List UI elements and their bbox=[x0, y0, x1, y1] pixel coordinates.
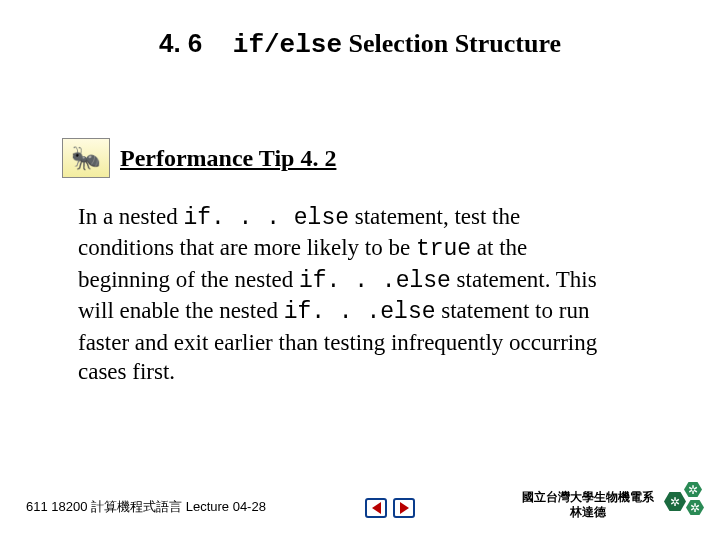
body-paragraph: In a nested if. . . else statement, test… bbox=[78, 202, 618, 387]
footer: 611 18200 計算機程式語言 Lecture 04-28 國立台灣大學生物… bbox=[0, 482, 720, 522]
body-c2: true bbox=[416, 236, 471, 262]
logo-icon: ✲ ✲ ✲ bbox=[664, 482, 706, 520]
nav-controls bbox=[365, 498, 415, 518]
body-c1: if. . . else bbox=[183, 205, 349, 231]
heading-rest: Selection Structure bbox=[342, 29, 561, 58]
lecture-label: Lecture 04-28 bbox=[182, 499, 266, 514]
triangle-right-icon bbox=[400, 502, 409, 514]
triangle-left-icon bbox=[372, 502, 381, 514]
body-c3: if. . .else bbox=[299, 268, 451, 294]
footer-affiliation: 國立台灣大學生物機電系 林達德 bbox=[522, 490, 654, 520]
heading-code: if/else bbox=[233, 30, 342, 60]
slide: { "heading": { "section_number": "4. 6",… bbox=[0, 0, 720, 540]
hexagon-icon: ✲ bbox=[686, 500, 704, 515]
tip-row: 🐜 Performance Tip 4. 2 bbox=[62, 138, 336, 178]
slide-heading: 4. 6 if/else Selection Structure bbox=[0, 28, 720, 60]
section-number: 4. 6 bbox=[159, 28, 202, 58]
footer-left: 611 18200 計算機程式語言 Lecture 04-28 bbox=[26, 498, 266, 516]
hexagon-icon: ✲ bbox=[664, 492, 686, 511]
body-c4: if. . .else bbox=[284, 299, 436, 325]
ant-icon: 🐜 bbox=[62, 138, 110, 178]
course-cjk: 計算機程式語言 bbox=[91, 499, 182, 514]
course-code: 611 18200 bbox=[26, 499, 91, 514]
tip-title: Performance Tip 4. 2 bbox=[120, 145, 336, 172]
body-t1: In a nested bbox=[78, 204, 183, 229]
hexagon-icon: ✲ bbox=[684, 482, 702, 497]
prev-button[interactable] bbox=[365, 498, 387, 518]
affiliation-line1: 國立台灣大學生物機電系 bbox=[522, 490, 654, 505]
gear-icon: ✲ bbox=[690, 502, 700, 514]
gear-icon: ✲ bbox=[670, 496, 680, 508]
affiliation-line2: 林達德 bbox=[522, 505, 654, 520]
ant-glyph: 🐜 bbox=[71, 144, 101, 172]
next-button[interactable] bbox=[393, 498, 415, 518]
gear-icon: ✲ bbox=[688, 484, 698, 496]
